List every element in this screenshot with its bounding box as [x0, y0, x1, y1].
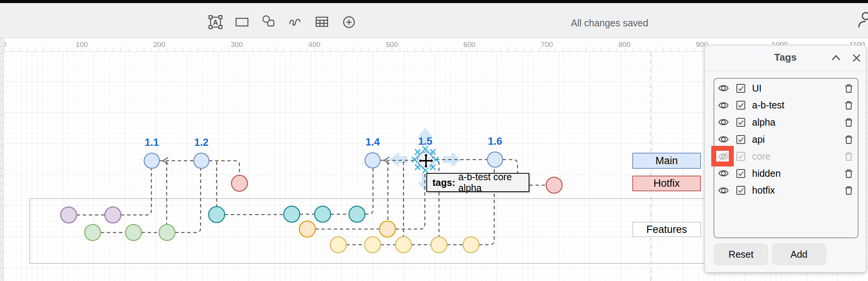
diagram-node-main[interactable] — [487, 152, 503, 167]
ruler-tick — [330, 49, 330, 52]
ruler-tick — [656, 49, 656, 52]
add-button[interactable]: Add — [772, 244, 826, 265]
ruler-tick — [539, 49, 540, 52]
delete-tag-icon[interactable] — [844, 168, 854, 179]
ruler-tick — [531, 49, 532, 52]
eye-visible-icon[interactable] — [718, 134, 729, 145]
table-tool-button[interactable] — [314, 14, 331, 31]
ruler-label: 700 — [532, 40, 562, 49]
diagram-node-hotfix[interactable] — [546, 177, 562, 193]
tag-checkbox[interactable] — [736, 169, 746, 178]
insert-tool-button[interactable] — [341, 14, 357, 31]
ruler-tick — [648, 49, 648, 52]
ruler-tick — [20, 49, 20, 52]
diagram-node-green[interactable] — [159, 224, 175, 241]
delete-tag-icon[interactable] — [844, 117, 854, 128]
ruler-tick — [58, 49, 59, 52]
ruler-label: 600 — [454, 40, 485, 49]
eye-visible-icon[interactable] — [718, 83, 729, 94]
save-status: All changes saved — [571, 18, 648, 29]
eye-visible-icon[interactable] — [718, 100, 729, 111]
diagram-node-yellow[interactable] — [431, 237, 447, 253]
freehand-tool-button[interactable] — [287, 14, 304, 31]
reset-button[interactable]: Reset — [714, 244, 768, 265]
diagram-node-teal[interactable] — [349, 206, 365, 222]
close-panel-button[interactable] — [851, 53, 862, 63]
tag-row: core — [714, 148, 858, 165]
ruler-tick — [27, 49, 28, 52]
ruler-tick — [524, 49, 524, 52]
ruler-tick — [694, 49, 694, 52]
tag-checkbox[interactable] — [736, 84, 746, 93]
diagram-node-yellow[interactable] — [365, 237, 381, 253]
tag-checkbox[interactable] — [736, 186, 746, 195]
diagram-node-yellow[interactable] — [395, 237, 411, 253]
ruler-tick — [547, 49, 547, 52]
table-tool-icon — [314, 14, 331, 31]
delete-tag-icon[interactable] — [844, 134, 854, 145]
branch-label-main[interactable]: Main — [632, 153, 701, 169]
diagram-node-hotfix[interactable] — [231, 175, 248, 191]
delete-tag-icon[interactable] — [844, 185, 854, 195]
ruler-tick — [454, 49, 454, 52]
ruler-tick — [221, 49, 222, 52]
tag-checkbox[interactable] — [736, 135, 746, 144]
delete-tag-icon[interactable] — [844, 151, 854, 161]
diagram-node-teal[interactable] — [315, 206, 331, 222]
diagram-node-green[interactable] — [85, 224, 101, 241]
ruler-tick — [384, 49, 384, 52]
diagram-node-teal[interactable] — [209, 207, 225, 223]
tags-panel-title: Tags — [705, 52, 866, 63]
ruler-tick — [423, 49, 423, 52]
tag-checkbox[interactable] — [736, 100, 746, 110]
ruler-tick — [578, 49, 578, 52]
eye-hidden-icon[interactable] — [718, 151, 729, 162]
diagram-node-main[interactable] — [194, 153, 209, 168]
ruler-tick — [593, 49, 594, 52]
ruler-tick — [361, 49, 361, 52]
ruler-tick — [183, 49, 183, 52]
branch-label-hotfix[interactable]: Hotfix — [632, 176, 701, 191]
tags-panel-header: Tags — [705, 45, 866, 71]
branch-label-features[interactable]: Features — [632, 222, 701, 237]
ruler-tick — [136, 49, 137, 52]
tags-tooltip: tags: a-b-test core alpha — [426, 173, 529, 192]
rectangle-tool-button[interactable] — [234, 14, 251, 31]
ruler-tick — [609, 49, 609, 52]
diagram-node-main[interactable] — [144, 153, 159, 168]
tag-label: UI — [752, 83, 844, 94]
tag-checkbox[interactable] — [736, 118, 746, 127]
eye-visible-icon[interactable] — [718, 185, 729, 196]
delete-tag-icon[interactable] — [844, 100, 854, 110]
diagram-node-orange[interactable] — [299, 221, 315, 237]
eye-visible-icon[interactable] — [718, 168, 729, 179]
user-profile-icon[interactable] — [858, 11, 868, 31]
diagram-node-yellow[interactable] — [330, 237, 346, 253]
diagram-node-main[interactable] — [365, 153, 380, 168]
diagram-node-purple[interactable] — [61, 207, 77, 223]
diagram-node-yellow[interactable] — [463, 237, 479, 253]
eye-visible-icon[interactable] — [718, 117, 729, 128]
diagram-node-teal[interactable] — [284, 206, 300, 222]
diagram-node-orange[interactable] — [379, 221, 395, 237]
collapse-panel-button[interactable] — [831, 53, 841, 63]
version-label: 1.4 — [355, 136, 390, 148]
ruler-tick — [702, 49, 702, 52]
ruler-label: 100 — [66, 40, 97, 49]
ruler-tick — [82, 49, 82, 52]
ruler-tick — [477, 49, 477, 52]
ruler-tick — [35, 49, 35, 52]
tag-checkbox[interactable] — [736, 152, 746, 161]
text-tool-icon: A — [207, 14, 224, 31]
ruler-tick — [244, 49, 245, 52]
ruler-tick — [113, 49, 113, 52]
ruler-label: 200 — [144, 40, 175, 49]
ruler-tick — [190, 49, 191, 52]
text-tool-button[interactable]: A — [207, 14, 224, 31]
diagram-node-green[interactable] — [125, 224, 141, 241]
delete-tag-icon[interactable] — [844, 83, 854, 94]
ruler-tick — [485, 49, 485, 52]
diagram-node-purple[interactable] — [105, 207, 121, 223]
shapes-tool-button[interactable] — [260, 14, 277, 31]
tag-row: a-b-test — [714, 97, 858, 114]
